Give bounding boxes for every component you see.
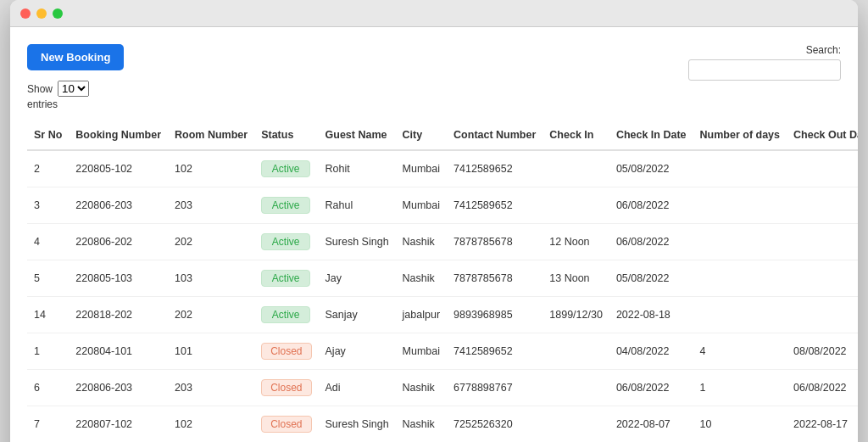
cell-city: Mumbai xyxy=(396,150,447,187)
status-badge: Closed xyxy=(261,416,311,433)
cell-checkout xyxy=(787,150,858,187)
cell-days xyxy=(693,150,787,187)
cell-booking: 220805-103 xyxy=(69,260,168,297)
cell-status: Active xyxy=(254,297,318,333)
col-days: Number of days xyxy=(693,120,787,150)
cell-contact: 7878785678 xyxy=(447,260,542,297)
cell-sr: 6 xyxy=(27,370,69,406)
cell-checkin xyxy=(542,333,609,370)
cell-checkin: 1899/12/30 xyxy=(542,297,609,333)
col-room: Room Number xyxy=(168,120,254,150)
cell-booking: 220804-101 xyxy=(69,333,168,370)
cell-contact: 7412589652 xyxy=(447,187,542,224)
col-contact: Contact Number xyxy=(447,120,542,150)
maximize-dot[interactable] xyxy=(53,8,63,19)
titlebar xyxy=(10,0,858,27)
cell-status: Closed xyxy=(254,370,318,406)
cell-status: Active xyxy=(254,224,318,260)
cell-city: Nashik xyxy=(396,260,447,297)
search-input[interactable] xyxy=(688,59,841,81)
col-status: Status xyxy=(254,120,318,150)
cell-guest: Rohit xyxy=(319,150,396,187)
table-row: 5 220805-103 103 Active Jay Nashik 78787… xyxy=(27,260,858,297)
table-row: 6 220806-203 203 Closed Adi Nashik 67788… xyxy=(27,370,858,406)
cell-sr: 2 xyxy=(27,150,69,187)
cell-checkin-date: 04/08/2022 xyxy=(609,333,693,370)
cell-checkin: 13 Noon xyxy=(542,260,609,297)
table-row: 14 220818-202 202 Active Sanjay jabalpur… xyxy=(27,297,858,333)
status-badge: Closed xyxy=(261,343,311,360)
search-area: Search: xyxy=(688,44,841,81)
col-checkout: Check Out Date xyxy=(787,120,858,150)
col-sr: Sr No xyxy=(27,120,69,150)
cell-status: Active xyxy=(254,260,318,297)
cell-days: 10 xyxy=(693,406,787,443)
cell-contact: 9893968985 xyxy=(447,297,542,333)
cell-guest: Jay xyxy=(319,260,396,297)
table-row: 4 220806-202 202 Active Suresh Singh Nas… xyxy=(27,224,858,260)
cell-room: 203 xyxy=(168,370,254,406)
main-content: New Booking Show 10 25 50 entries Searc xyxy=(10,27,858,442)
cell-city: Mumbai xyxy=(396,187,447,224)
cell-status: Closed xyxy=(254,406,318,443)
cell-days xyxy=(693,187,787,224)
cell-checkout: 2022-08-17 xyxy=(787,406,858,443)
entries-label: entries xyxy=(27,98,58,110)
cell-room: 202 xyxy=(168,297,254,333)
cell-room: 101 xyxy=(168,333,254,370)
new-booking-button[interactable]: New Booking xyxy=(27,44,124,70)
col-city: City xyxy=(396,120,447,150)
cell-checkin xyxy=(542,187,609,224)
cell-checkin xyxy=(542,370,609,406)
cell-booking: 220805-102 xyxy=(69,150,168,187)
show-label: Show xyxy=(27,83,53,95)
cell-sr: 4 xyxy=(27,224,69,260)
cell-guest: Sanjay xyxy=(319,297,396,333)
status-badge: Active xyxy=(261,197,310,214)
cell-sr: 3 xyxy=(27,187,69,224)
cell-status: Active xyxy=(254,150,318,187)
cell-checkin-date: 06/08/2022 xyxy=(609,224,693,260)
cell-checkin-date: 05/08/2022 xyxy=(609,150,693,187)
cell-sr: 14 xyxy=(27,297,69,333)
status-badge: Active xyxy=(261,270,310,287)
cell-status: Closed xyxy=(254,333,318,370)
col-guest: Guest Name xyxy=(319,120,396,150)
col-booking: Booking Number xyxy=(69,120,168,150)
cell-booking: 220806-203 xyxy=(69,187,168,224)
status-badge: Closed xyxy=(261,379,311,396)
show-entries-block: Show 10 25 50 entries xyxy=(27,81,124,110)
cell-checkin-date: 05/08/2022 xyxy=(609,260,693,297)
cell-checkin: 12 Noon xyxy=(542,224,609,260)
cell-checkout: 08/08/2022 xyxy=(787,333,858,370)
minimize-dot[interactable] xyxy=(36,8,47,19)
cell-guest: Rahul xyxy=(319,187,396,224)
left-controls: New Booking Show 10 25 50 entries xyxy=(27,44,124,110)
cell-city: jabalpur xyxy=(396,297,447,333)
cell-city: Nashik xyxy=(396,406,447,443)
entries-select[interactable]: 10 25 50 xyxy=(58,81,89,97)
cell-room: 103 xyxy=(168,260,254,297)
cell-checkout xyxy=(787,187,858,224)
cell-checkin-date: 06/08/2022 xyxy=(609,370,693,406)
cell-days: 1 xyxy=(693,370,787,406)
top-bar: New Booking Show 10 25 50 entries Searc xyxy=(27,44,841,110)
main-window: New Booking Show 10 25 50 entries Searc xyxy=(10,0,858,442)
cell-city: Nashik xyxy=(396,224,447,260)
table-row: 2 220805-102 102 Active Rohit Mumbai 741… xyxy=(27,150,858,187)
cell-checkout xyxy=(787,260,858,297)
cell-city: Nashik xyxy=(396,370,447,406)
table-row: 7 220807-102 102 Closed Suresh Singh Nas… xyxy=(27,406,858,443)
cell-days xyxy=(693,260,787,297)
cell-checkin xyxy=(542,150,609,187)
table-row: 1 220804-101 101 Closed Ajay Mumbai 7412… xyxy=(27,333,858,370)
col-checkin-date: Check In Date xyxy=(609,120,693,150)
status-badge: Active xyxy=(261,233,310,250)
status-badge: Active xyxy=(261,160,310,177)
close-dot[interactable] xyxy=(20,8,31,19)
cell-contact: 6778898767 xyxy=(447,370,542,406)
cell-checkout xyxy=(787,297,858,333)
cell-checkin-date: 2022-08-18 xyxy=(609,297,693,333)
cell-checkout xyxy=(787,224,858,260)
cell-days xyxy=(693,224,787,260)
